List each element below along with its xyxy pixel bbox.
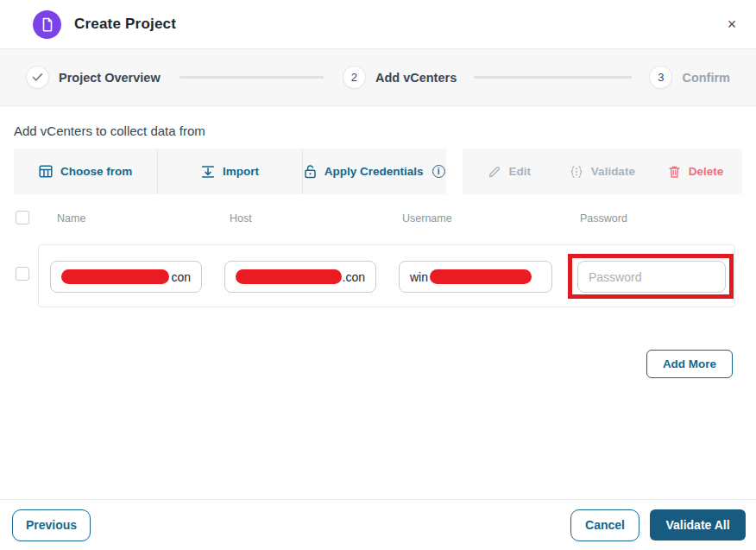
redaction-bar <box>61 269 169 284</box>
create-project-dialog: Create Project × Project Overview 2 Add … <box>0 0 756 550</box>
toolbar-right-group: Edit Validate <box>463 149 742 194</box>
close-icon[interactable]: × <box>720 12 744 36</box>
column-header-password: Password <box>580 212 627 224</box>
apply-credentials-button[interactable]: Apply Credentials i <box>302 149 446 194</box>
section-title: Add vCenters to collect data from <box>14 123 756 138</box>
table-row: con .con win Password <box>38 244 735 307</box>
step-done-check-icon <box>26 66 49 89</box>
edit-label: Edit <box>509 165 532 178</box>
column-header-name: Name <box>57 212 85 224</box>
edit-button[interactable]: Edit <box>463 149 556 194</box>
cancel-button[interactable]: Cancel <box>570 509 639 541</box>
table-header-row: Name Host Username Password <box>0 205 756 244</box>
username-prefix-text: win <box>410 270 428 284</box>
step-number: 2 <box>343 66 366 89</box>
column-header-host: Host <box>230 212 252 224</box>
toolbar-left-group: Choose from Import <box>14 149 446 194</box>
select-all-checkbox[interactable] <box>16 211 29 224</box>
validate-all-button[interactable]: Validate All <box>650 509 746 541</box>
vcenter-table-body: con .con win Password <box>0 244 756 348</box>
username-field[interactable]: win <box>399 261 552 293</box>
wizard-stepper: Project Overview 2 Add vCenters 3 Confir… <box>0 49 756 106</box>
host-suffix-text: .con <box>343 270 365 284</box>
step-connector <box>474 76 632 79</box>
previous-button[interactable]: Previous <box>12 509 91 541</box>
step-connector <box>180 76 324 79</box>
add-more-button[interactable]: Add More <box>646 350 733 378</box>
name-suffix-text: con <box>171 270 191 284</box>
choose-from-label: Choose from <box>60 165 132 178</box>
redaction-bar <box>236 269 342 284</box>
add-more-row: Add More <box>0 350 756 378</box>
project-badge <box>33 10 61 39</box>
password-placeholder: Password <box>589 270 641 284</box>
step-label: Add vCenters <box>375 71 457 85</box>
step-confirm[interactable]: 3 Confirm <box>649 66 730 89</box>
name-field[interactable]: con <box>50 261 202 293</box>
redaction-bar <box>430 269 532 284</box>
import-button[interactable]: Import <box>157 149 301 194</box>
step-label: Confirm <box>682 71 730 85</box>
password-field[interactable]: Password <box>577 261 726 293</box>
choose-from-button[interactable]: Choose from <box>14 149 157 194</box>
document-icon <box>41 17 54 32</box>
import-label: Import <box>223 165 259 178</box>
import-icon <box>201 165 215 179</box>
dialog-footer: Previous Cancel Validate All <box>0 499 756 550</box>
step-project-overview[interactable]: Project Overview <box>26 66 161 89</box>
step-add-vcenters[interactable]: 2 Add vCenters <box>343 66 457 89</box>
row-checkbox[interactable] <box>16 267 29 281</box>
column-header-username: Username <box>402 212 452 224</box>
validate-button[interactable]: Validate <box>556 149 649 194</box>
host-field[interactable]: .con <box>224 261 376 293</box>
apply-credentials-label: Apply Credentials <box>324 165 424 178</box>
delete-label: Delete <box>689 165 724 178</box>
dialog-header: Create Project × <box>0 0 756 49</box>
pencil-icon <box>488 165 501 179</box>
info-icon[interactable]: i <box>432 165 445 178</box>
validate-label: Validate <box>591 165 635 178</box>
step-label: Project Overview <box>59 71 161 85</box>
unlock-icon <box>304 164 317 179</box>
toolbar-gap <box>446 149 463 194</box>
delete-button[interactable]: Delete <box>649 149 742 194</box>
validate-icon <box>570 165 583 179</box>
vcenter-toolbar: Choose from Import <box>14 149 742 194</box>
dialog-title: Create Project <box>74 16 176 33</box>
step-number: 3 <box>649 66 672 89</box>
trash-icon <box>668 165 681 179</box>
table-grid-icon <box>39 165 53 178</box>
